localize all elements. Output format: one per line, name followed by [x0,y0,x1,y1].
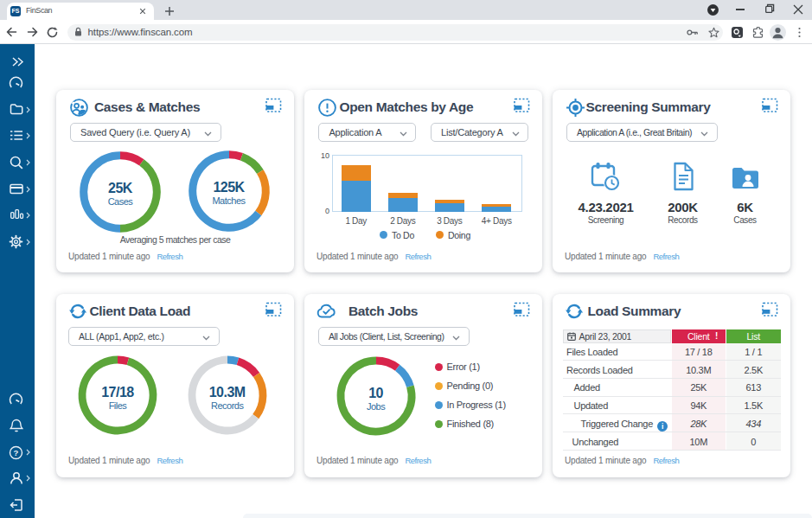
svg-text:?: ? [14,448,19,457]
